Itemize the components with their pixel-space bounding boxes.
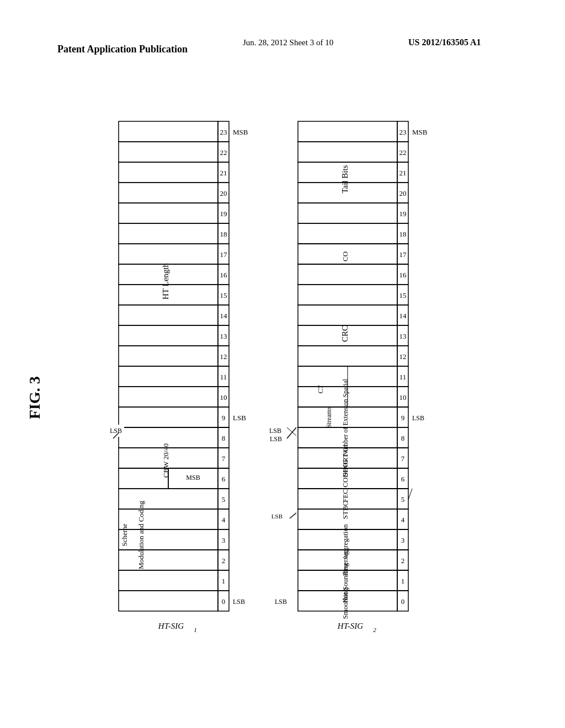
svg-text:15: 15 [399, 291, 407, 299]
svg-text:MSB: MSB [186, 474, 200, 481]
svg-text:7: 7 [222, 454, 226, 463]
svg-text:22: 22 [220, 148, 227, 157]
svg-text:4: 4 [222, 516, 226, 524]
svg-text:16: 16 [220, 271, 228, 279]
svg-text:MSB: MSB [412, 128, 428, 136]
svg-text:C7: C7 [316, 385, 324, 394]
svg-text:11: 11 [399, 373, 407, 381]
svg-text:14: 14 [399, 312, 407, 320]
svg-text:4: 4 [401, 516, 405, 524]
svg-text:16: 16 [399, 271, 407, 279]
svg-text:23: 23 [220, 128, 227, 136]
svg-text:STBC: STBC [341, 501, 349, 520]
svg-text:CRC: CRC [340, 325, 349, 342]
figure-number: FIG. 3 [26, 376, 43, 419]
publication-date: Jun. 28, 2012 Sheet 3 of 10 [243, 38, 333, 47]
svg-text:LSB: LSB [233, 414, 246, 422]
svg-text:6: 6 [222, 475, 226, 483]
svg-text:2: 2 [373, 627, 376, 633]
svg-text:HT-SIG: HT-SIG [337, 622, 364, 630]
svg-text:LSB: LSB [412, 414, 424, 422]
svg-text:CO: CO [341, 251, 349, 261]
svg-text:20: 20 [399, 189, 407, 197]
svg-text:18: 18 [220, 230, 227, 238]
svg-text:2: 2 [401, 556, 405, 565]
svg-text:21: 21 [399, 169, 407, 177]
svg-text:1: 1 [194, 627, 197, 633]
svg-text:13: 13 [220, 332, 227, 340]
svg-text:3: 3 [222, 536, 226, 544]
svg-text:18: 18 [399, 230, 407, 238]
svg-text:LSB: LSB [275, 598, 287, 606]
svg-text:Modulation and Coding: Modulation and Coding [137, 500, 145, 569]
publication-title: Patent Application Publication [57, 44, 188, 55]
svg-text:6: 6 [401, 475, 405, 483]
svg-text:14: 14 [220, 312, 228, 320]
final-diagram: Patent Application Publication Jun. 28, … [0, 0, 565, 728]
patent-number: US 2012/163505 A1 [408, 38, 481, 47]
svg-text:FEC CODING: FEC CODING [341, 459, 349, 502]
svg-text:5: 5 [401, 495, 405, 504]
svg-text:3: 3 [401, 536, 405, 544]
svg-text:17: 17 [220, 250, 228, 259]
svg-text:8: 8 [401, 434, 405, 442]
svg-text:12: 12 [220, 352, 227, 361]
svg-text:12: 12 [399, 352, 407, 361]
svg-text:HT Length: HT Length [161, 263, 170, 299]
svg-text:LSB: LSB [270, 435, 282, 443]
svg-text:1: 1 [222, 577, 226, 585]
svg-text:11: 11 [220, 373, 227, 381]
svg-text:9: 9 [401, 414, 405, 422]
svg-text:7: 7 [401, 454, 405, 463]
svg-text:2: 2 [222, 556, 226, 565]
svg-text:Scheme: Scheme [120, 523, 129, 546]
svg-rect-208 [0, 0, 565, 728]
svg-text:22: 22 [399, 148, 407, 157]
svg-text:MSB?: MSB? [413, 494, 428, 500]
svg-text:0: 0 [401, 597, 405, 606]
svg-text:10: 10 [399, 393, 407, 402]
svg-text:MSB: MSB [233, 128, 248, 136]
svg-text:LSB: LSB [233, 598, 245, 606]
svg-text:Tail Bits: Tail Bits [340, 165, 349, 193]
svg-text:17: 17 [399, 250, 407, 259]
svg-text:Smoothing: Smoothing [341, 587, 349, 619]
svg-text:19: 19 [220, 210, 227, 218]
svg-text:21: 21 [220, 169, 227, 177]
svg-text:23: 23 [399, 128, 407, 136]
svg-text:8: 8 [222, 434, 226, 442]
svg-text:19: 19 [399, 210, 407, 218]
svg-text:15: 15 [220, 291, 227, 299]
svg-text:Streams: Streams [325, 406, 333, 428]
svg-text:0: 0 [222, 597, 226, 606]
svg-text:LSB: LSB [269, 427, 281, 435]
svg-text:10: 10 [220, 393, 227, 402]
svg-text:20: 20 [220, 189, 227, 197]
svg-text:5: 5 [222, 495, 226, 504]
svg-text:1: 1 [401, 577, 405, 585]
svg-text:9: 9 [222, 414, 226, 422]
svg-text:13: 13 [399, 332, 407, 340]
svg-text:HT-SIG: HT-SIG [158, 622, 184, 630]
